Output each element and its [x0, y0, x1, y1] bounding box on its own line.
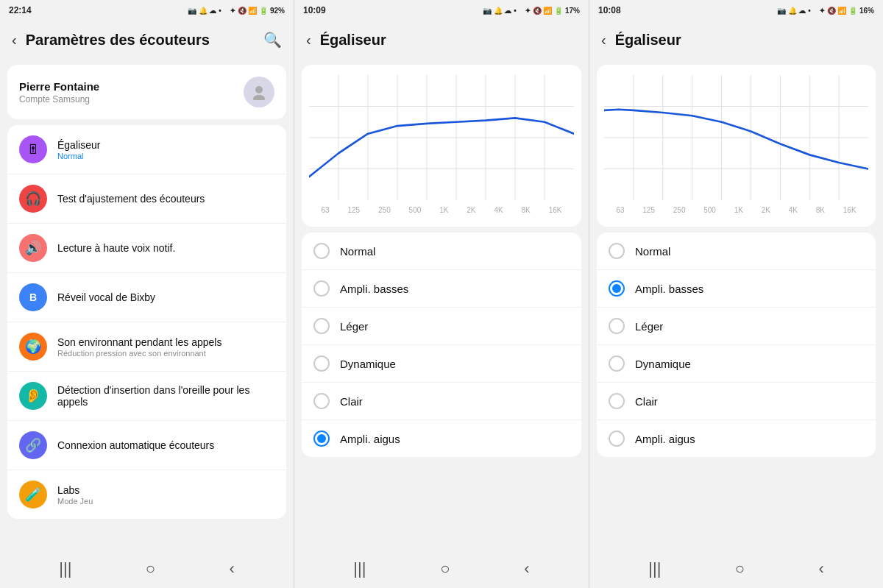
menu-item-read-aloud[interactable]: 🔊 Lecture à haute voix notif.	[7, 224, 286, 273]
user-name: Pierre Fontaine	[19, 80, 99, 93]
eq-option-label-treble-2: Ampli. aigus	[635, 433, 695, 445]
status-bar-1: 22:14 📷 🔔 ☁ • ✦ 🔇 📶 🔋 92%	[0, 0, 294, 21]
radio-bass-1[interactable]	[313, 280, 330, 297]
eq-x-label-8k: 8K	[522, 206, 531, 214]
eq-option-label-normal-1: Normal	[340, 245, 375, 258]
radio-treble-2[interactable]	[609, 431, 625, 447]
eq-option-clear-1[interactable]: Clair	[302, 383, 581, 420]
eq-options-1: Normal Ampli. basses Léger Dynamique Cla…	[302, 233, 581, 457]
menu-item-bixby[interactable]: B Réveil vocal de Bixby	[7, 273, 286, 322]
eq-option-clear-2[interactable]: Clair	[597, 383, 876, 420]
svg-point-0	[255, 86, 263, 93]
menu-sublabel-ambient: Réduction pression avec son environnant	[57, 349, 274, 358]
menu-text-bixby: Réveil vocal de Bixby	[57, 291, 274, 303]
radio-normal-1[interactable]	[313, 243, 330, 259]
menu-label-bixby: Réveil vocal de Bixby	[57, 291, 274, 303]
nav-home-1[interactable]: ○	[134, 555, 167, 583]
eq-content-2: 63 125 250 500 1K 2K 4K 8K 16K Normal Am…	[589, 59, 883, 550]
radio-soft-1[interactable]	[313, 318, 330, 334]
time-3: 10:08	[598, 5, 621, 15]
eq-x-label-4k: 4K	[494, 206, 503, 214]
eq-option-normal-1[interactable]: Normal	[302, 233, 581, 270]
header-3: ‹ Égaliseur	[589, 21, 883, 59]
equalizer-icon: 🎚	[19, 135, 47, 163]
eq-chart-container-2: 63 125 250 500 1K 2K 4K 8K 16K	[597, 65, 876, 227]
user-subtitle: Compte Samsung	[19, 94, 99, 105]
eq-x-label2-250: 250	[673, 206, 686, 214]
time-2: 10:09	[303, 5, 326, 15]
read-aloud-icon: 🔊	[19, 234, 47, 262]
nav-bar-1: ||| ○ ‹	[0, 550, 294, 588]
eq-x-label2-63: 63	[616, 206, 624, 214]
menu-label-auto-connect: Connexion automatique écouteurs	[57, 439, 274, 451]
page-title-1: Paramètres des écouteurs	[26, 32, 255, 49]
menu-text-ear-detection: Détection d'insertion dans l'oreille pou…	[57, 384, 274, 408]
fit-test-icon: 🎧	[19, 185, 47, 213]
menu-item-auto-connect[interactable]: 🔗 Connexion automatique écouteurs	[7, 421, 286, 470]
menu-item-ambient[interactable]: 🌍 Son environnant pendant les appels Réd…	[7, 322, 286, 372]
radio-bass-2[interactable]	[609, 280, 625, 297]
back-button-1[interactable]: ‹	[9, 29, 20, 52]
radio-treble-inner-1	[317, 434, 326, 443]
radio-clear-2[interactable]	[609, 393, 625, 409]
bixby-icon: B	[19, 283, 47, 311]
nav-menu-1[interactable]: |||	[47, 555, 83, 583]
radio-dynamic-2[interactable]	[609, 355, 625, 372]
eq-x-label2-1k: 1K	[734, 206, 743, 214]
eq-option-dynamic-2[interactable]: Dynamique	[597, 345, 876, 383]
search-button-1[interactable]: 🔍	[260, 28, 285, 52]
panel-settings: 22:14 📷 🔔 ☁ • ✦ 🔇 📶 🔋 92% ‹ Paramètres d…	[0, 0, 294, 588]
eq-x-label-500: 500	[409, 206, 422, 214]
menu-item-fit-test[interactable]: 🎧 Test d'ajustement des écouteurs	[7, 174, 286, 224]
eq-option-treble-2[interactable]: Ampli. aigus	[597, 420, 876, 457]
eq-option-bass-2[interactable]: Ampli. basses	[597, 270, 876, 308]
eq-option-soft-2[interactable]: Léger	[597, 308, 876, 345]
auto-connect-icon: 🔗	[19, 431, 47, 459]
time-1: 22:14	[9, 5, 32, 15]
nav-back-2[interactable]: ‹	[512, 555, 541, 583]
eq-option-label-clear-2: Clair	[635, 395, 658, 408]
eq-x-label-125: 125	[347, 206, 360, 214]
status-bar-3: 10:08 📷 🔔 ☁ • ✦ 🔇 📶 🔋 16%	[589, 0, 883, 21]
eq-x-label2-500: 500	[703, 206, 716, 214]
eq-option-dynamic-1[interactable]: Dynamique	[302, 345, 581, 383]
radio-dynamic-1[interactable]	[313, 355, 330, 372]
radio-soft-2[interactable]	[609, 318, 625, 334]
eq-option-bass-1[interactable]: Ampli. basses	[302, 270, 581, 308]
menu-item-labs[interactable]: 🧪 Labs Mode Jeu	[7, 470, 286, 519]
nav-back-3[interactable]: ‹	[806, 555, 835, 583]
radio-normal-2[interactable]	[609, 243, 625, 259]
menu-label-ear-detection: Détection d'insertion dans l'oreille pou…	[57, 384, 274, 408]
back-button-2[interactable]: ‹	[303, 29, 314, 52]
nav-menu-3[interactable]: |||	[636, 555, 673, 583]
eq-option-normal-2[interactable]: Normal	[597, 233, 876, 270]
nav-menu-2[interactable]: |||	[341, 555, 377, 583]
menu-sublabel-equalizer: Normal	[57, 152, 274, 160]
nav-home-2[interactable]: ○	[428, 555, 461, 583]
nav-home-3[interactable]: ○	[723, 555, 756, 583]
page-title-3: Égaliseur	[615, 32, 874, 49]
menu-item-equalizer[interactable]: 🎚 Égaliseur Normal	[7, 125, 286, 174]
menu-label-ambient: Son environnant pendant les appels	[57, 336, 274, 348]
eq-option-soft-1[interactable]: Léger	[302, 308, 581, 345]
nav-bar-3: ||| ○ ‹	[589, 550, 883, 588]
menu-item-ear-detection[interactable]: 👂 Détection d'insertion dans l'oreille p…	[7, 372, 286, 421]
eq-x-labels-2: 63 125 250 500 1K 2K 4K 8K 16K	[604, 206, 868, 214]
eq-option-label-soft-1: Léger	[340, 320, 368, 333]
page-title-2: Égaliseur	[320, 32, 580, 49]
menu-label-equalizer: Égaliseur	[57, 139, 274, 151]
eq-option-treble-1[interactable]: Ampli. aigus	[302, 420, 581, 457]
menu-label-read-aloud: Lecture à haute voix notif.	[57, 242, 274, 254]
user-card[interactable]: Pierre Fontaine Compte Samsung	[7, 65, 286, 119]
radio-clear-1[interactable]	[313, 393, 330, 409]
radio-treble-1[interactable]	[313, 431, 330, 447]
eq-x-label-250: 250	[378, 206, 391, 214]
ambient-icon: 🌍	[19, 333, 47, 361]
avatar	[244, 77, 274, 107]
back-button-3[interactable]: ‹	[598, 29, 609, 52]
eq-option-label-bass-2: Ampli. basses	[635, 283, 703, 295]
nav-back-1[interactable]: ‹	[217, 555, 246, 583]
eq-chart-svg-2	[604, 75, 868, 200]
eq-x-label2-125: 125	[642, 206, 655, 214]
eq-content-1: 63 125 250 500 1K 2K 4K 8K 16K Normal Am…	[294, 59, 589, 550]
